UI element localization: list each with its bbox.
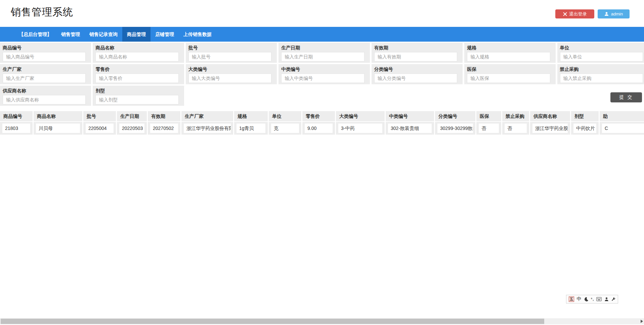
cell-retail-price[interactable]: 9.00 bbox=[305, 124, 333, 133]
purchase-forbidden-input[interactable] bbox=[560, 74, 643, 83]
cell-product-name[interactable]: 川贝母 bbox=[36, 124, 80, 133]
logout-button[interactable]: 退出登录 bbox=[555, 9, 594, 18]
col-header-unit: 单位 bbox=[269, 111, 302, 121]
col-header-expiry-date: 有效期 bbox=[148, 111, 181, 121]
field-spec: 规格 bbox=[464, 43, 555, 63]
sub-category-input[interactable] bbox=[374, 74, 457, 83]
cell-major-category[interactable]: 3-中药 bbox=[338, 124, 382, 133]
col-header-mnemonic: 助 bbox=[600, 111, 644, 121]
nav-item-store-management[interactable]: 店铺管理 bbox=[151, 27, 179, 42]
cell-unit[interactable]: 克 bbox=[271, 124, 299, 133]
scrollbar-thumb[interactable] bbox=[1, 319, 544, 324]
col-header-batch-no: 批号 bbox=[83, 111, 117, 121]
admin-user-button[interactable]: admin bbox=[598, 9, 630, 18]
logout-button-label: 退出登录 bbox=[569, 11, 587, 17]
col-header-dosage-form: 剂型 bbox=[571, 111, 600, 121]
form-row-3: 供应商名称 剂型 bbox=[0, 86, 644, 106]
cell-middle-category[interactable]: 302-散装贵细 bbox=[388, 124, 432, 133]
moon-icon[interactable] bbox=[584, 297, 589, 301]
nav-item-upload-sales-data[interactable]: 上传销售数据 bbox=[179, 27, 216, 42]
page-title: 销售管理系统 bbox=[11, 5, 73, 19]
table-header-row: 商品编号 商品名称 批号 生产日期 有效期 生产厂家 规格 单位 零售价 大类编… bbox=[0, 111, 644, 121]
product-code-input[interactable] bbox=[3, 52, 86, 61]
cell-spec[interactable]: 1g青贝 bbox=[237, 124, 265, 133]
cell-medical-insurance[interactable]: 否 bbox=[479, 124, 499, 133]
field-label: 有效期 bbox=[374, 45, 463, 52]
medical-insurance-input[interactable] bbox=[467, 74, 550, 83]
field-medical-insurance: 医保 bbox=[464, 64, 555, 84]
submit-button[interactable]: 提 交 bbox=[610, 92, 642, 102]
cell-expiry-date[interactable]: 20270502 bbox=[150, 124, 178, 133]
wubi-logo-icon[interactable]: 五 bbox=[569, 296, 574, 302]
cell-supplier-name[interactable]: 浙江华宇药业股份有限 bbox=[532, 124, 568, 133]
production-date-input[interactable] bbox=[281, 52, 364, 61]
field-retail-price: 零售价 bbox=[93, 64, 184, 84]
table-row: 21803 川贝母 2205004 20220503 20270502 浙江华宇… bbox=[0, 122, 644, 135]
field-middle-category: 中类编号 bbox=[278, 64, 370, 84]
keyboard-icon[interactable] bbox=[596, 297, 602, 301]
cell-manufacturer[interactable]: 浙江华宇药业股份有限 bbox=[184, 124, 231, 133]
field-batch-no: 批号 bbox=[186, 43, 277, 63]
cell-product-code[interactable]: 21803 bbox=[2, 124, 30, 133]
horizontal-scrollbar[interactable] bbox=[0, 318, 644, 324]
field-label: 中类编号 bbox=[281, 66, 370, 74]
retail-price-input[interactable] bbox=[95, 74, 178, 83]
punctuation-icon[interactable]: °, bbox=[591, 297, 594, 301]
field-production-date: 生产日期 bbox=[278, 43, 370, 63]
field-product-code: 商品编号 bbox=[0, 43, 91, 63]
wrench-icon[interactable] bbox=[611, 297, 615, 301]
cell-batch-no[interactable]: 2205004 bbox=[86, 124, 114, 133]
product-search-form: 商品编号 商品名称 批号 生产日期 有效期 规格 单位 生产厂家 bbox=[0, 43, 644, 107]
field-expiry-date: 有效期 bbox=[372, 43, 463, 63]
form-row-2: 生产厂家 零售价 大类编号 中类编号 分类编号 医保 禁止采购 bbox=[0, 64, 644, 84]
field-label: 禁止采购 bbox=[560, 66, 644, 74]
field-label: 生产厂家 bbox=[3, 66, 91, 74]
main-nav: 【总后台管理】 销售管理 销售记录查询 商品管理 店铺管理 上传销售数据 bbox=[0, 27, 644, 42]
field-label: 生产日期 bbox=[281, 45, 370, 52]
unit-input[interactable] bbox=[560, 52, 643, 61]
spec-input[interactable] bbox=[467, 52, 550, 61]
cell-dosage-form[interactable]: 中药饮片 bbox=[573, 124, 596, 133]
product-name-input[interactable] bbox=[95, 52, 178, 61]
manufacturer-input[interactable] bbox=[3, 74, 86, 83]
field-label: 分类编号 bbox=[374, 66, 463, 74]
field-label: 大类编号 bbox=[188, 66, 277, 74]
nav-item-backoffice[interactable]: 【总后台管理】 bbox=[14, 27, 56, 42]
field-dosage-form: 剂型 bbox=[93, 86, 184, 106]
col-header-production-date: 生产日期 bbox=[117, 111, 148, 121]
field-label: 剂型 bbox=[95, 88, 184, 95]
cell-production-date[interactable]: 20220503 bbox=[119, 124, 144, 133]
expiry-date-input[interactable] bbox=[374, 52, 457, 61]
field-label: 医保 bbox=[467, 66, 555, 74]
field-label: 规格 bbox=[467, 45, 555, 52]
field-product-name: 商品名称 bbox=[93, 43, 184, 63]
nav-item-sales-record-query[interactable]: 销售记录查询 bbox=[85, 27, 122, 42]
col-header-product-name: 商品名称 bbox=[34, 111, 83, 121]
field-major-category: 大类编号 bbox=[186, 64, 277, 84]
dosage-form-input[interactable] bbox=[95, 95, 178, 104]
user-icon[interactable] bbox=[604, 297, 609, 301]
col-header-major-category: 大类编号 bbox=[336, 111, 386, 121]
supplier-name-input[interactable] bbox=[3, 95, 86, 104]
col-header-middle-category: 中类编号 bbox=[386, 111, 435, 121]
batch-no-input[interactable] bbox=[188, 52, 271, 61]
cell-mnemonic[interactable]: C bbox=[602, 124, 644, 133]
field-label: 单位 bbox=[560, 45, 644, 52]
cell-purchase-forbidden[interactable]: 否 bbox=[505, 124, 527, 133]
field-purchase-forbidden: 禁止采购 bbox=[557, 64, 644, 84]
middle-category-input[interactable] bbox=[281, 74, 364, 83]
admin-user-label: admin bbox=[611, 11, 623, 16]
scroll-right-arrow[interactable] bbox=[641, 320, 643, 323]
close-icon bbox=[563, 12, 567, 16]
field-sub-category: 分类编号 bbox=[372, 64, 463, 84]
cell-sub-category[interactable]: 30299-30299散装贵细 bbox=[437, 124, 473, 133]
col-header-spec: 规格 bbox=[234, 111, 269, 121]
nav-item-product-management[interactable]: 商品管理 bbox=[122, 27, 151, 42]
chinese-mode-icon[interactable]: 中 bbox=[576, 296, 581, 302]
field-manufacturer: 生产厂家 bbox=[0, 64, 91, 84]
col-header-sub-category: 分类编号 bbox=[435, 111, 476, 121]
major-category-input[interactable] bbox=[188, 74, 271, 83]
product-table: 商品编号 商品名称 批号 生产日期 有效期 生产厂家 规格 单位 零售价 大类编… bbox=[0, 111, 644, 135]
nav-item-sales-management[interactable]: 销售管理 bbox=[56, 27, 85, 42]
form-row-1: 商品编号 商品名称 批号 生产日期 有效期 规格 单位 bbox=[0, 43, 644, 63]
